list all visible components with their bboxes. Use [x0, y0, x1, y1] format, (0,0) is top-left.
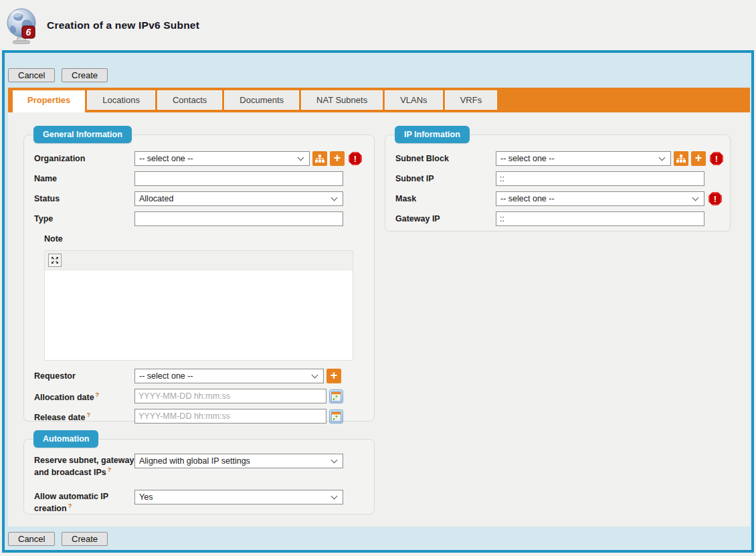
chevron-down-icon — [659, 155, 666, 161]
section-title-automation: Automation — [33, 430, 98, 448]
tab-vlans[interactable]: VLANs — [385, 90, 442, 110]
subnet-block-add-button[interactable]: + — [691, 151, 706, 166]
gateway-ip-input[interactable] — [496, 211, 704, 226]
allow-auto-ip-select[interactable]: Yes — [134, 490, 343, 504]
dialog-panel: Cancel Create Properties Locations Conta… — [2, 50, 754, 553]
note-label: Note — [44, 234, 63, 244]
required-alert-icon: ! — [349, 152, 362, 165]
maximize-icon[interactable] — [48, 254, 62, 267]
requestor-add-button[interactable]: + — [326, 369, 341, 383]
create-button-bottom[interactable]: Create — [62, 532, 108, 546]
sitemap-icon — [315, 155, 324, 163]
reserve-ips-select[interactable]: Aligned with global IP settings — [134, 454, 343, 468]
name-label: Name — [34, 174, 134, 183]
ipv6-globe-logo-icon: 6 — [7, 5, 39, 45]
sitemap-icon — [676, 155, 686, 163]
note-editor — [44, 250, 353, 361]
requestor-select[interactable]: -- select one -- — [134, 369, 324, 383]
form-content: General Information Organization -- sele… — [8, 112, 750, 527]
requestor-label: Requestor — [34, 371, 134, 381]
subnet-ip-input[interactable] — [496, 171, 704, 186]
subnet-ip-label: Subnet IP — [395, 174, 496, 183]
chevron-down-icon — [331, 457, 338, 464]
section-general-information: General Information Organization -- sele… — [23, 134, 375, 422]
release-date-label: Release date? — [34, 410, 134, 422]
tab-nat-subnets[interactable]: NAT Subnets — [301, 90, 383, 110]
subnet-block-label: Subnet Block — [395, 154, 496, 163]
status-select[interactable]: Allocated — [134, 191, 343, 206]
section-automation: Automation Reserve subnet, gateway and b… — [23, 439, 375, 515]
required-alert-icon: ! — [708, 192, 722, 205]
chevron-down-icon — [298, 155, 304, 161]
calendar-picker-icon[interactable] — [329, 409, 343, 424]
reserve-ips-label: Reserve subnet, gateway and broadcast IP… — [34, 456, 134, 477]
window-header: 6 Creation of a new IPv6 Subnet — [0, 0, 756, 50]
tab-documents[interactable]: Documents — [224, 90, 299, 110]
tab-contacts[interactable]: Contacts — [157, 90, 222, 110]
section-ip-information: IP Information Subnet Block -- select on… — [385, 134, 731, 231]
required-alert-icon: ! — [710, 152, 723, 165]
chevron-down-icon — [331, 195, 338, 201]
mask-select[interactable]: -- select one -- — [496, 191, 704, 206]
organization-label: Organization — [34, 154, 134, 163]
help-hint: ? — [96, 391, 100, 398]
tab-vrfs[interactable]: VRFs — [445, 90, 498, 110]
plus-icon: + — [330, 369, 338, 381]
subnet-block-select[interactable]: -- select one -- — [496, 151, 671, 166]
plus-icon: + — [695, 152, 702, 164]
section-title-ip: IP Information — [395, 126, 470, 143]
tab-properties[interactable]: Properties — [13, 90, 85, 112]
help-hint: ? — [108, 466, 112, 473]
tab-locations[interactable]: Locations — [87, 90, 155, 110]
chevron-down-icon — [312, 372, 318, 379]
release-date-input[interactable] — [134, 409, 326, 424]
mask-label: Mask — [395, 194, 496, 203]
cancel-button-top[interactable]: Cancel — [8, 68, 55, 82]
section-title-general: General Information — [33, 126, 132, 143]
organization-tree-browse-button[interactable] — [312, 151, 327, 166]
chevron-down-icon — [692, 195, 699, 201]
gateway-ip-label: Gateway IP — [395, 214, 496, 223]
type-label: Type — [34, 214, 134, 223]
cancel-button-bottom[interactable]: Cancel — [8, 532, 55, 546]
type-input[interactable] — [134, 211, 343, 226]
note-editor-toolbar — [45, 251, 353, 270]
create-button-top[interactable]: Create — [62, 68, 108, 82]
logo-badge-6: 6 — [26, 27, 31, 37]
help-hint: ? — [68, 502, 72, 509]
allocation-date-label: Allocation date? — [34, 390, 134, 402]
status-label: Status — [34, 194, 134, 203]
help-hint: ? — [86, 411, 90, 418]
allocation-date-input[interactable] — [134, 389, 326, 403]
name-input[interactable] — [134, 171, 343, 186]
page-title: Creation of a new IPv6 Subnet — [47, 19, 199, 31]
organization-select[interactable]: -- select one -- — [134, 151, 310, 166]
tab-bar: Properties Locations Contacts Documents … — [8, 88, 750, 112]
note-editor-body[interactable] — [45, 270, 353, 360]
organization-add-button[interactable]: + — [330, 151, 345, 166]
allow-auto-ip-label: Allow automatic IP creation? — [34, 492, 134, 513]
chevron-down-icon — [331, 493, 338, 500]
plus-icon: + — [334, 152, 341, 164]
calendar-picker-icon[interactable] — [329, 389, 343, 403]
subnet-block-tree-browse-button[interactable] — [674, 151, 688, 166]
